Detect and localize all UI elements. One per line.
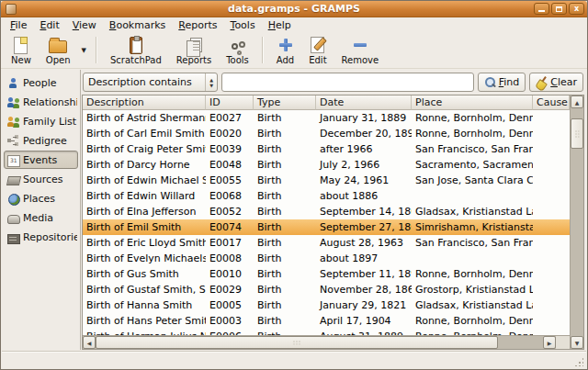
cell-type: Birth (254, 157, 316, 173)
resize-grip-icon[interactable] (574, 357, 583, 366)
cell-place: Simrishamn, Kristianstad La... (412, 219, 533, 235)
table-row[interactable]: Birth of Herman Julius NielsenE0006Birth… (83, 329, 570, 335)
column-header-id[interactable]: ID (206, 95, 254, 110)
cell-id: E0029 (206, 282, 254, 297)
cell-place: Grostorp, Kristianstad Lan, ... (412, 282, 533, 297)
scratchpad-button[interactable]: ScratchPad (103, 34, 169, 66)
column-header-description[interactable]: Description (83, 95, 206, 110)
cell-cause (533, 110, 570, 126)
menu-file[interactable]: File (4, 18, 33, 32)
open-dropdown-arrow-icon[interactable]: ▼ (78, 34, 90, 66)
sidebar-item-sources[interactable]: Sources (4, 170, 78, 188)
relationship-icon (7, 96, 19, 108)
sidebar-item-media[interactable]: Media (4, 208, 78, 227)
cell-place: Ronne, Bornholm, Denmark (412, 110, 533, 126)
menu-tools[interactable]: Tools (224, 18, 262, 32)
cell-place: Gladsax, Kristianstad Lan, S... (412, 204, 533, 219)
sidebar-item-places[interactable]: Places (4, 189, 78, 207)
table-row[interactable]: Birth of Craig Peter SmithE0039Birthafte… (83, 141, 570, 157)
filter-field-select[interactable]: Description contains ▲▼ (83, 73, 218, 92)
vertical-scroll-track[interactable] (571, 149, 583, 335)
vertical-scrollbar[interactable]: ▲ ▼ (570, 95, 583, 349)
cell-place: San Jose, Santa Clara Co., CA (412, 173, 533, 188)
reports-button[interactable]: Reports (169, 34, 219, 66)
column-header-cause[interactable]: Cause (533, 95, 570, 110)
cell-id: E0048 (206, 157, 254, 173)
cell-description: Birth of Edwin Willard (83, 188, 206, 204)
remove-button[interactable]: Remove (334, 34, 387, 66)
table-row[interactable]: Birth of Edwin Michael SmithE0055BirthMa… (83, 173, 570, 188)
cell-date: January 31, 1889 (316, 110, 412, 126)
horizontal-scrollbar[interactable]: ◀ ▶ (83, 335, 556, 349)
menu-edit[interactable]: Edit (33, 18, 65, 32)
cell-description: Birth of Astrid Shermanna A... (83, 110, 206, 126)
table-header-row: DescriptionIDTypeDatePlaceCause (83, 95, 570, 110)
open-button[interactable]: Open (39, 34, 78, 66)
cell-date: after 1966 (316, 141, 412, 157)
cell-type: Birth (254, 329, 316, 335)
table-row[interactable]: Birth of Astrid Shermanna A...E0027Birth… (83, 110, 570, 126)
edit-button[interactable]: Edit (301, 34, 334, 66)
table-row[interactable]: Birth of Edwin WillardE0068Birthabout 18… (83, 188, 570, 204)
table-row[interactable]: Birth of Hans Peter SmithE0003BirthApril… (83, 313, 570, 329)
cell-cause (533, 282, 570, 297)
clear-button[interactable]: Clear (529, 73, 583, 92)
events-table: DescriptionIDTypeDatePlaceCause Birth of… (82, 95, 584, 350)
column-header-place[interactable]: Place (412, 95, 533, 110)
sidebar-item-repositories[interactable]: Repositories (4, 228, 78, 246)
cell-type: Birth (254, 282, 316, 297)
menu-reports[interactable]: Reports (172, 18, 223, 32)
column-header-date[interactable]: Date (316, 95, 412, 110)
scroll-left-icon[interactable]: ◀ (83, 336, 96, 349)
table-row[interactable]: Birth of Gus SmithE0010BirthSeptember 11… (83, 266, 570, 282)
table-row[interactable]: Birth of Eric Lloyd SmithE0017BirthAugus… (83, 235, 570, 251)
table-row[interactable]: Birth of Darcy HorneE0048BirthJuly 2, 19… (83, 157, 570, 173)
horizontal-scroll-thumb[interactable] (96, 336, 498, 349)
title-bar[interactable]: data.gramps - GRAMPS x (1, 1, 587, 17)
cell-type: Birth (254, 313, 316, 329)
sidebar-item-events[interactable]: Events (4, 151, 78, 169)
menu-bookmarks[interactable]: Bookmarks (103, 18, 172, 32)
cell-description: Birth of Craig Peter Smith (83, 141, 206, 157)
scroll-down-icon[interactable]: ▼ (571, 336, 583, 349)
minimize-button[interactable] (534, 3, 549, 15)
scroll-right-icon[interactable]: ▶ (543, 336, 556, 349)
table-row[interactable]: Birth of Emil SmithE0074BirthSeptember 2… (83, 219, 570, 235)
table-row[interactable]: Birth of Evelyn MichaelsE0008Birthabout … (83, 251, 570, 266)
table-row[interactable]: Birth of Elna JeffersonE0052BirthSeptemb… (83, 204, 570, 219)
find-button[interactable]: Find (478, 73, 526, 92)
table-row[interactable]: Birth of Carl Emil SmithE0020BirthDecemb… (83, 126, 570, 141)
sidebar-item-family-list[interactable]: Family List (4, 112, 78, 130)
scrollbar-corner (556, 335, 570, 349)
combo-arrows-icon[interactable]: ▲▼ (205, 73, 217, 91)
cell-id: E0006 (206, 329, 254, 335)
vertical-scroll-thumb[interactable] (571, 118, 583, 149)
cell-id: E0052 (206, 204, 254, 219)
maximize-button[interactable] (551, 3, 567, 15)
filter-search-input[interactable] (221, 73, 474, 92)
tools-button[interactable]: Tools (219, 34, 256, 66)
cell-date: August 28, 1963 (316, 235, 412, 251)
new-button[interactable]: New (4, 34, 39, 66)
cell-description: Birth of Herman Julius Nielsen (83, 329, 206, 335)
cell-cause (533, 173, 570, 188)
cell-cause (533, 126, 570, 141)
sidebar-item-people[interactable]: People (4, 73, 78, 92)
menu-view[interactable]: View (66, 18, 103, 32)
menu-help[interactable]: Help (262, 18, 298, 32)
add-button[interactable]: Add (269, 34, 301, 66)
find-icon (484, 76, 496, 88)
sidebar-item-pedigree[interactable]: Pedigree (4, 131, 78, 150)
sidebar-item-relationships[interactable]: Relationships (4, 93, 78, 111)
column-header-type[interactable]: Type (254, 95, 316, 110)
cell-place: San Francisco, San Francisc... (412, 141, 533, 157)
horizontal-scroll-track[interactable] (498, 336, 543, 349)
sidebar: PeopleRelationshipsFamily ListPedigreeEv… (2, 70, 81, 350)
table-row[interactable]: Birth of Hanna SmithE0005BirthJanuary 29… (83, 297, 570, 313)
close-button[interactable]: x (569, 3, 584, 15)
clear-broom-icon (536, 76, 548, 89)
scroll-up-icon[interactable]: ▲ (571, 95, 583, 108)
table-row[interactable]: Birth of Gustaf Smith, Sr.E0029BirthNove… (83, 282, 570, 297)
pedigree-icon (7, 135, 19, 147)
sidebar-item-label: Places (23, 193, 55, 205)
